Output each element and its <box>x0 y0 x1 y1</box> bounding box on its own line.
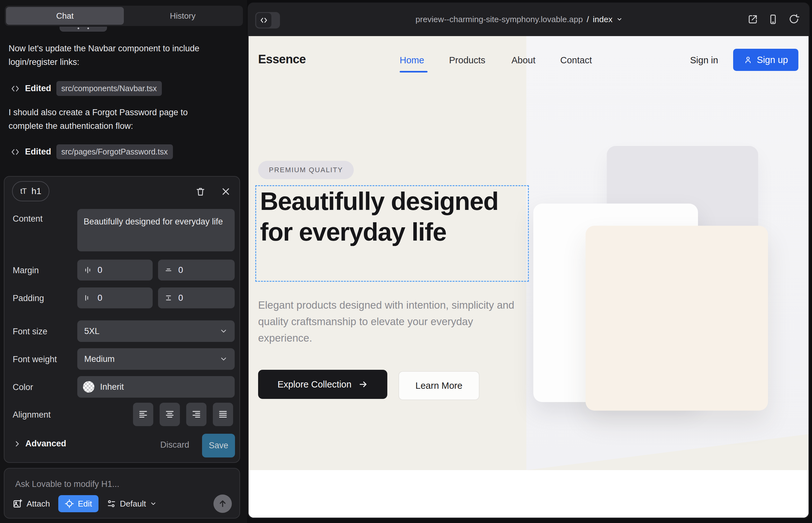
align-right-button[interactable] <box>186 403 207 426</box>
element-inspector-panel: tT h1 Content Beautifully designed for e… <box>4 176 240 463</box>
tab-history[interactable]: History <box>124 7 242 25</box>
nav-contact[interactable]: Contact <box>560 55 592 66</box>
tab-chat[interactable]: Chat <box>6 7 124 25</box>
refresh-button[interactable] <box>789 14 800 25</box>
site-viewport: Essence Home Products About Contact Sign… <box>249 36 809 518</box>
chat-sidebar: Chat History Now let's update the Navbar… <box>0 0 247 523</box>
edited-file-path[interactable]: src/components/Navbar.tsx <box>56 81 162 96</box>
edited-file-path[interactable]: src/pages/ForgotPassword.tsx <box>56 144 173 159</box>
text-type-icon: tT <box>20 187 26 196</box>
padding-horizontal-icon <box>84 294 92 302</box>
chat-composer: Ask Lovable to modify H1... Attach Edit <box>4 468 240 519</box>
chevron-down-icon <box>616 16 623 22</box>
mobile-view-button[interactable] <box>768 14 779 25</box>
margin-x-input[interactable]: 0 <box>77 259 153 281</box>
collapsed-message-pill[interactable] <box>59 26 107 32</box>
element-tag: h1 <box>31 186 41 196</box>
edited-label: Edited <box>25 147 51 157</box>
assistant-message: Now let's update the Navbar component to… <box>8 42 217 69</box>
explore-collection-button[interactable]: Explore Collection <box>258 370 387 399</box>
discard-button[interactable]: Discard <box>160 440 189 450</box>
premium-quality-badge: PREMIUM QUALITY <box>258 161 354 179</box>
padding-y-input[interactable]: 0 <box>158 287 235 308</box>
crosshair-icon <box>65 499 74 508</box>
composer-input[interactable]: Ask Lovable to modify H1... <box>15 479 119 489</box>
url-bar[interactable]: preview--charming-site-symphony.lovable.… <box>311 2 727 36</box>
save-button[interactable]: Save <box>202 434 235 457</box>
chevron-down-icon <box>219 327 228 335</box>
sign-in-link[interactable]: Sign in <box>690 55 718 66</box>
padding-vertical-icon <box>164 294 173 302</box>
preview-browser-frame: preview--charming-site-symphony.lovable.… <box>248 2 810 519</box>
nav-home[interactable]: Home <box>400 55 424 66</box>
font-size-label: Font size <box>13 327 48 337</box>
color-select[interactable]: Inherit <box>77 376 235 398</box>
sidebar-tab-bar: Chat History <box>5 6 243 26</box>
sliders-icon <box>107 499 116 508</box>
chevron-right-icon <box>13 440 21 448</box>
assistant-message: I should also create a Forgot Password p… <box>8 106 217 133</box>
user-icon <box>744 55 753 64</box>
sign-up-button[interactable]: Sign up <box>733 49 798 71</box>
align-left-button[interactable] <box>133 403 153 426</box>
padding-label: Padding <box>13 293 44 303</box>
selected-element-pill[interactable]: tT h1 <box>12 181 49 201</box>
font-size-select[interactable]: 5XL <box>77 320 235 342</box>
nav-about[interactable]: About <box>511 55 535 66</box>
decorative-card-cream <box>586 226 768 411</box>
font-weight-label: Font weight <box>13 355 57 364</box>
site-next-section <box>249 470 809 518</box>
transparent-swatch-icon <box>83 381 94 393</box>
close-inspector-button[interactable] <box>217 183 234 200</box>
send-button[interactable] <box>213 494 232 513</box>
edited-file-row: Edited src/components/Navbar.tsx <box>11 81 162 96</box>
nav-products[interactable]: Products <box>449 55 485 66</box>
content-input[interactable]: Beautifully designed for everyday life <box>77 209 235 251</box>
code-icon <box>11 147 20 157</box>
app-root: Chat History Now let's update the Navbar… <box>0 0 812 523</box>
padding-x-input[interactable]: 0 <box>77 287 153 308</box>
align-center-button[interactable] <box>160 403 180 426</box>
margin-y-input[interactable]: 0 <box>158 259 235 281</box>
model-selector[interactable]: Default <box>107 499 157 509</box>
code-view-icon <box>256 13 271 28</box>
learn-more-button[interactable]: Learn More <box>399 371 479 400</box>
margin-vertical-icon <box>164 266 173 274</box>
font-weight-select[interactable]: Medium <box>77 348 235 370</box>
site-logo[interactable]: Essence <box>258 53 306 66</box>
edit-mode-button[interactable]: Edit <box>58 495 99 512</box>
url-domain: preview--charming-site-symphony.lovable.… <box>416 15 583 24</box>
align-justify-button[interactable] <box>213 403 233 426</box>
advanced-toggle[interactable]: Advanced <box>13 439 66 449</box>
hero-headline[interactable]: Beautifully designed for everyday life <box>260 186 524 248</box>
delete-element-button[interactable] <box>192 183 209 200</box>
edited-file-row: Edited src/pages/ForgotPassword.tsx <box>11 144 173 159</box>
chevron-down-icon <box>219 355 228 363</box>
hero-description: Elegant products designed with intention… <box>258 297 521 346</box>
url-separator: / <box>587 15 589 24</box>
color-label: Color <box>13 382 33 392</box>
arrow-right-icon <box>358 380 368 389</box>
open-external-button[interactable] <box>747 14 759 25</box>
margin-horizontal-icon <box>84 266 92 274</box>
attach-image-icon <box>13 499 23 509</box>
alignment-label: Alignment <box>13 410 51 420</box>
edited-label: Edited <box>25 84 51 93</box>
selected-h1-outline[interactable]: Beautifully designed for everyday life <box>255 185 529 282</box>
chevron-down-icon <box>150 500 157 507</box>
margin-label: Margin <box>13 266 39 275</box>
url-page: index <box>593 15 613 24</box>
content-label: Content <box>13 214 43 224</box>
active-nav-underline <box>400 71 427 72</box>
attach-button[interactable]: Attach <box>13 499 50 509</box>
code-icon <box>11 84 20 93</box>
code-preview-toggle[interactable] <box>255 12 280 29</box>
